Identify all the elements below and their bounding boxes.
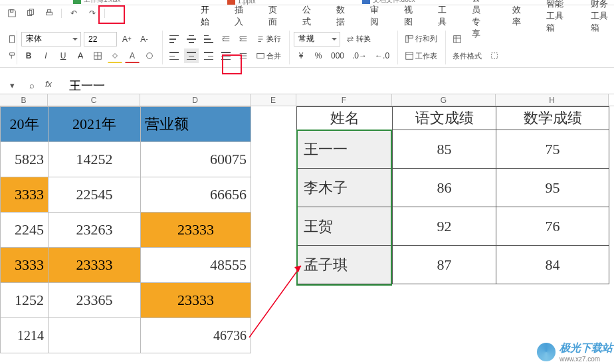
tab-data[interactable]: 数据 (332, 3, 349, 29)
cell[interactable]: 48555 (141, 248, 251, 283)
cell[interactable]: 75 (496, 130, 609, 169)
col-header-b[interactable]: B (0, 94, 48, 106)
table-header[interactable]: 数学成绩 (496, 107, 609, 130)
border-button[interactable] (90, 48, 105, 63)
tab-review[interactable]: 审阅 (366, 3, 383, 29)
tab-formula[interactable]: 公式 (298, 3, 315, 29)
underline-button[interactable]: U (56, 48, 70, 63)
name-box-dropdown[interactable]: ▾ (5, 79, 19, 92)
cell[interactable]: 76 (496, 207, 609, 246)
formula-input[interactable] (65, 78, 609, 92)
cell[interactable]: 1252 (1, 283, 49, 318)
cell[interactable]: 孟子琪 (297, 246, 393, 284)
cell[interactable]: 85 (393, 130, 496, 169)
font-size-select[interactable]: 22 (84, 32, 117, 46)
decrease-font-button[interactable]: A- (137, 32, 152, 46)
cell-style-button[interactable] (487, 48, 502, 63)
percent-button[interactable]: % (311, 48, 326, 63)
styles-group: 条件格式 (450, 31, 507, 64)
cell[interactable] (49, 318, 141, 353)
strikethrough-button[interactable]: A̶ (73, 48, 88, 63)
cell[interactable]: 22545 (49, 177, 141, 213)
table-header[interactable]: 营业额 (141, 107, 251, 142)
cell[interactable]: 14252 (49, 142, 141, 177)
cell[interactable]: 5823 (1, 142, 49, 177)
col-header-f[interactable]: F (296, 94, 392, 106)
table-header[interactable]: 姓名 (297, 107, 393, 130)
cell[interactable]: 84 (496, 246, 609, 284)
bold-button[interactable]: B (21, 48, 36, 63)
cell[interactable]: 王一一 (297, 130, 393, 169)
file-tab[interactable]: 工作簿1.xlsx (73, 0, 121, 5)
align-middle-button[interactable] (184, 32, 199, 46)
col-header-h[interactable]: H (496, 94, 609, 106)
copy-button[interactable] (23, 7, 39, 20)
phonetic-button[interactable] (142, 48, 157, 63)
align-bottom-button[interactable] (201, 32, 216, 46)
cell[interactable]: 92 (393, 207, 496, 246)
cell[interactable]: 李木子 (297, 169, 393, 207)
cell[interactable]: 23333 (49, 248, 141, 283)
justify-button[interactable] (219, 48, 233, 63)
convert-button[interactable]: 转换 (343, 32, 373, 46)
distribute-button[interactable] (236, 48, 251, 63)
thousands-button[interactable]: 000 (328, 48, 347, 63)
tab-insert[interactable]: 插入 (231, 3, 247, 29)
cell[interactable]: 23333 (141, 283, 251, 318)
tab-tools[interactable]: 工具 (434, 3, 451, 29)
save-button[interactable] (4, 7, 20, 20)
cell[interactable]: 66656 (141, 177, 251, 213)
tab-view[interactable]: 视图 (400, 3, 417, 29)
merge-cells-button[interactable]: 合并 (253, 48, 284, 63)
cell[interactable]: 2245 (1, 213, 49, 248)
align-left-button[interactable] (167, 48, 181, 63)
italic-button[interactable]: I (39, 48, 53, 63)
fx-search-icon[interactable]: ⌕ (25, 79, 39, 92)
worksheet-button[interactable]: 工作表 (402, 48, 440, 63)
row-col-button[interactable]: 行和列 (402, 32, 440, 46)
decrease-decimal-button[interactable]: ←.0 (372, 48, 392, 63)
cell[interactable]: 王贺 (297, 207, 393, 246)
spreadsheet-grid[interactable]: B C D E F G H 20年 2021年 营业额 582314252600… (0, 94, 614, 106)
font-color-button[interactable]: A (125, 48, 140, 63)
increase-decimal-button[interactable]: .0→ (350, 48, 369, 63)
print-button[interactable] (41, 7, 57, 20)
table-header[interactable]: 20年 (1, 107, 49, 142)
table-style-button[interactable] (450, 32, 464, 46)
cell[interactable]: 60075 (141, 142, 251, 177)
cell[interactable]: 3333 (1, 177, 49, 213)
table-header[interactable]: 2021年 (49, 107, 141, 142)
paste-button[interactable] (5, 32, 20, 46)
tab-start[interactable]: 开始 (197, 3, 213, 29)
number-format-select[interactable]: 常规 (294, 32, 340, 46)
align-right-button[interactable] (201, 48, 216, 63)
cell[interactable]: 23333 (141, 213, 251, 248)
cell[interactable]: 23263 (49, 213, 141, 248)
col-header-d[interactable]: D (140, 94, 251, 106)
cell[interactable]: 86 (393, 169, 496, 207)
format-painter-button[interactable] (5, 48, 20, 63)
fill-color-button[interactable] (108, 48, 122, 63)
cell[interactable]: 23365 (49, 283, 141, 318)
tab-page[interactable]: 页面 (264, 3, 281, 29)
increase-font-button[interactable]: A+ (120, 32, 134, 46)
col-header-e[interactable]: E (251, 94, 296, 106)
tab-efficiency[interactable]: 效率 (508, 3, 525, 29)
currency-button[interactable]: ¥ (294, 48, 308, 63)
col-header-c[interactable]: C (48, 94, 140, 106)
align-top-button[interactable] (167, 32, 181, 46)
align-center-button[interactable] (184, 48, 199, 63)
cell[interactable]: 87 (393, 246, 496, 284)
wrap-text-button[interactable]: 换行 (253, 32, 284, 46)
decrease-indent-button[interactable] (219, 32, 233, 46)
font-name-select[interactable]: 宋体 (21, 32, 81, 46)
cell[interactable]: 95 (496, 169, 609, 207)
col-header-g[interactable]: G (392, 94, 496, 106)
cond-format-button[interactable]: 条件格式 (450, 48, 484, 63)
table-header[interactable]: 语文成绩 (393, 107, 496, 130)
cell[interactable]: 1214 (1, 318, 49, 353)
increase-indent-button[interactable] (236, 32, 251, 46)
cell[interactable]: 3333 (1, 248, 49, 283)
undo-button[interactable]: ↶ (66, 7, 82, 20)
cell[interactable]: 46736 (141, 318, 251, 353)
